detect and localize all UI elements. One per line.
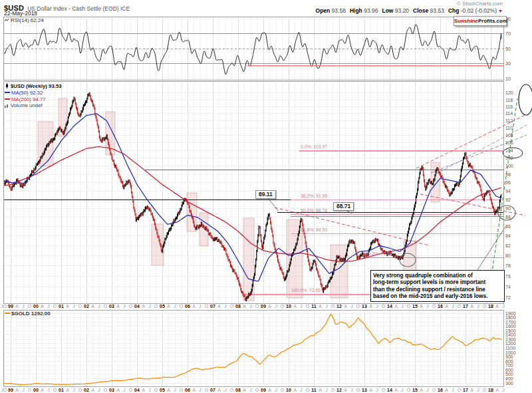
x-axis-month-label: O [281, 304, 284, 309]
price-axis-label: 102 [505, 156, 513, 160]
x-axis-year-label: 18 [488, 388, 493, 392]
x-axis-month-label: A [445, 388, 448, 392]
x-axis-month-label: O [483, 388, 486, 392]
x-axis-month-label: A [344, 388, 347, 392]
x-axis-year-label: 08 [235, 304, 241, 309]
x-axis-month-label: O [129, 388, 132, 392]
x-axis-month-label: A [66, 388, 69, 392]
quote-value: -0.02 (-0.02%) [459, 7, 497, 14]
x-axis-month-label: A [116, 388, 120, 392]
legend-symbol-label: $USD (Weekly) 93.53 [11, 83, 62, 89]
quote-label: Chg [448, 7, 460, 14]
annotation-line: Very strong quadruple combination of [373, 272, 502, 279]
x-axis-month-label: A [243, 388, 246, 392]
legend-ma50-label: MA(50) 92.32 [11, 90, 43, 96]
rsi-legend-label: RSI(14) 62.24 [11, 17, 44, 23]
x-axis-month-label: A [420, 304, 423, 309]
x-axis-year-label: 05 [160, 304, 165, 309]
legend-ma200-label: MA(200) 94.77 [11, 96, 46, 102]
price-axis-label: 112 [505, 118, 513, 123]
candlestick-icon [5, 83, 9, 90]
x-axis-month-label: A [495, 304, 499, 309]
x-axis-month-label: A [420, 388, 423, 392]
rsi-legend: RSI(14) 62.24 [5, 18, 44, 24]
x-axis-month-label: A [319, 388, 322, 392]
x-axis-year-label: 04 [134, 304, 140, 309]
x-axis-year-label: 11 [311, 388, 316, 392]
x-axis-month-label: J [249, 388, 252, 392]
gold-legend: $GOLD 1292.00 [5, 311, 51, 317]
price-axis-label: 98 [505, 172, 511, 177]
chart-date: 22-May-2018 [4, 10, 37, 17]
x-axis-year-label: 01 [59, 388, 64, 392]
x-axis-month-label: J [199, 304, 201, 309]
x-axis-month-label: J [300, 388, 303, 392]
ma50-line-icon [5, 92, 10, 93]
gold-axis-label: 300 [505, 381, 513, 386]
x-axis-month-label: J [98, 388, 100, 392]
grid [3, 17, 503, 386]
x-axis-month-label: J [98, 304, 100, 309]
x-axis-month-label: O [28, 304, 31, 309]
x-axis-year-label: 03 [109, 388, 114, 392]
x-axis-month-label: O [104, 388, 107, 392]
x-axis-year-label: 11 [311, 304, 316, 309]
x-axis-month-label: O [129, 304, 132, 309]
x-axis-month-label: J [72, 388, 75, 392]
x-axis-year-label: 03 [109, 304, 114, 309]
price-axis-label: 96 [505, 180, 511, 185]
x-axis-month-label: O [255, 304, 259, 309]
main-chart-legend: $USD (Weekly) 93.53 MA(50) 92.32 MA(200)… [5, 83, 62, 110]
sunshineprofits-logo: SunshineProfits.com [454, 16, 507, 26]
x-axis-year-label: 99 [8, 388, 13, 392]
x-axis-month-label: O [432, 388, 436, 392]
x-axis-month-label: J [148, 304, 151, 309]
x-axis-month-label: J [123, 388, 126, 392]
x-axis-month-label: J [275, 388, 277, 392]
x-axis-month-label: J [350, 304, 353, 309]
x-axis-month-label: O [407, 388, 410, 392]
x-axis-month-label: O [180, 388, 183, 392]
price-axis-label: 86 [505, 224, 511, 229]
x-axis-month-label: A [319, 304, 322, 309]
x-axis-month-label: O [407, 304, 410, 309]
x-axis-month-label: O [281, 388, 284, 392]
x-axis-month-label: J [275, 304, 277, 309]
x-axis-month-label: O [230, 388, 233, 392]
x-axis-month-label: J [325, 304, 328, 309]
x-axis-year-label: 17 [463, 304, 468, 309]
x-axis-month-label: J [452, 304, 454, 309]
price-axis-label: 82 [505, 243, 511, 248]
logo-part2: Profits.com [478, 18, 507, 24]
x-axis-month-label: A [394, 388, 398, 392]
x-axis-month-label: J [224, 304, 227, 309]
x-axis-month-label: A [369, 388, 372, 392]
x-axis-month-label: J [350, 388, 353, 392]
x-axis-year-label: 01 [59, 304, 64, 309]
x-axis-month-label: J [123, 304, 126, 309]
x-axis-month-label: J [174, 388, 176, 392]
x-axis-month-label: J [22, 388, 25, 392]
x-axis-month-label: A [394, 304, 398, 309]
x-axis-month-label: A [142, 304, 145, 309]
price-axis-label: 116 [505, 104, 513, 109]
x-axis-month-label: J [325, 388, 328, 392]
x-axis-month-label: J [477, 304, 479, 309]
rsi-axis-label: 10 [505, 76, 511, 81]
x-axis-year-label: 14 [387, 304, 392, 309]
x-axis-month-label: A [142, 388, 145, 392]
x-axis-year-label: 15 [412, 304, 418, 309]
logo-part1: Sunshine [454, 18, 478, 24]
x-axis-month-label: O [53, 388, 57, 392]
x-axis-year-label: 08 [235, 388, 241, 392]
x-axis-month-label: O [382, 388, 385, 392]
x-axis-year-label: 14 [387, 388, 392, 392]
gold-legend-label: $GOLD 1292.00 [11, 311, 51, 317]
x-axis-month-label: J [72, 304, 75, 309]
rsi-axis-label: 50 [505, 47, 511, 51]
x-axis-month-label: A [243, 304, 246, 309]
stockcharts-usd-chart: $USDUS Dollar Index - Cash Settle (EOD) … [0, 0, 532, 393]
x-axis-month-label: J [502, 304, 505, 309]
x-axis-month-label: J [224, 388, 227, 392]
x-axis-month-label: O [306, 388, 309, 392]
